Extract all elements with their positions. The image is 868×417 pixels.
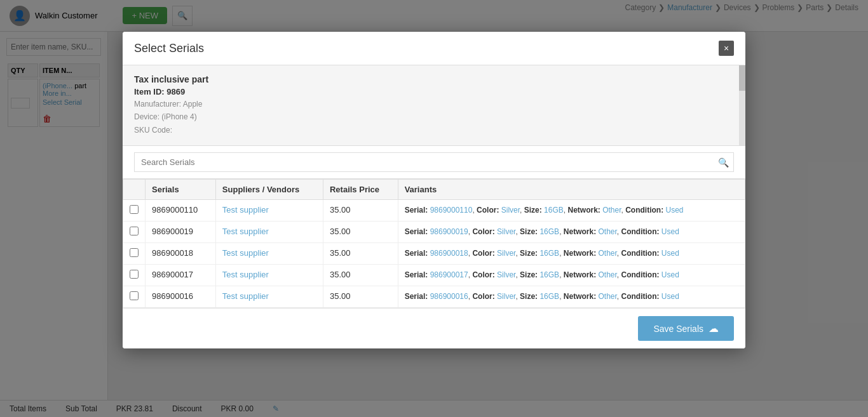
modal-item-id: Item ID: 9869 xyxy=(134,87,734,96)
manufacturer-label: Manufacturer: xyxy=(134,100,181,109)
modal-item-meta: Manufacturer: Apple Device: (iPhone 4) S… xyxy=(134,98,734,136)
select-serials-modal: Select Serials × Tax inclusive part Item… xyxy=(123,32,745,348)
serial-number: 9869000110 xyxy=(152,205,198,215)
serial-cell: 986900019 xyxy=(146,222,216,243)
serials-header: Serials xyxy=(146,180,216,200)
variants-cell: Serial: 986900019, Color: Silver, Size: … xyxy=(398,222,745,243)
retail-price: 35.00 xyxy=(330,248,351,258)
checkbox-header xyxy=(123,180,146,200)
retail-price: 35.00 xyxy=(330,205,351,215)
cloud-upload-icon: ☁ xyxy=(709,322,719,334)
serial-number: 986900018 xyxy=(152,248,193,258)
supplier-link[interactable]: Test supplier xyxy=(222,291,269,301)
supplier-link[interactable]: Test supplier xyxy=(222,205,269,215)
item-id-value: 9869 xyxy=(166,87,185,96)
manufacturer-value: Apple xyxy=(183,100,203,109)
serial-cell: 9869000110 xyxy=(146,200,216,222)
modal-close-button[interactable]: × xyxy=(719,41,734,56)
serial-cell: 986900018 xyxy=(146,243,216,265)
device-value: (iPhone 4) xyxy=(161,112,196,121)
supplier-link[interactable]: Test supplier xyxy=(222,270,269,279)
modal-footer: Save Serials ☁ xyxy=(123,308,745,348)
modal-search-area: 🔍 xyxy=(123,146,745,179)
modal-header: Select Serials × xyxy=(123,32,745,65)
modal-overlay: Select Serials × Tax inclusive part Item… xyxy=(0,0,868,417)
suppliers-header: Suppliers / Vendors xyxy=(215,180,323,200)
variants-text: Serial: 986900019, Color: Silver, Size: … xyxy=(405,227,679,236)
row-checkbox-3[interactable] xyxy=(130,270,139,279)
price-cell: 35.00 xyxy=(323,200,398,222)
variants-text: Serial: 986900017, Color: Silver, Size: … xyxy=(405,270,679,279)
row-checkbox-2[interactable] xyxy=(130,248,139,257)
supplier-cell: Test supplier xyxy=(215,222,323,243)
variants-cell: Serial: 986900018, Color: Silver, Size: … xyxy=(398,243,745,265)
row-checkbox-cell[interactable] xyxy=(123,243,146,265)
modal-title: Select Serials xyxy=(134,42,204,55)
row-checkbox-cell[interactable] xyxy=(123,222,146,243)
serial-number: 986900016 xyxy=(152,291,193,301)
sku-label: SKU Code: xyxy=(134,126,172,135)
serial-cell: 986900016 xyxy=(146,286,216,308)
row-checkbox-cell[interactable] xyxy=(123,200,146,222)
price-cell: 35.00 xyxy=(323,222,398,243)
variants-text: Serial: 986900016, Color: Silver, Size: … xyxy=(405,292,679,301)
variants-header: Variants xyxy=(398,180,745,200)
row-checkbox-cell[interactable] xyxy=(123,265,146,286)
device-label: Device: xyxy=(134,112,159,121)
price-header: Retails Price xyxy=(323,180,398,200)
variants-text: Serial: 9869000110, Color: Silver, Size:… xyxy=(405,206,684,215)
scrollbar-thumb xyxy=(739,65,745,91)
price-cell: 35.00 xyxy=(323,243,398,265)
retail-price: 35.00 xyxy=(330,291,351,301)
supplier-link[interactable]: Test supplier xyxy=(222,248,269,258)
table-header-row: Serials Suppliers / Vendors Retails Pric… xyxy=(123,180,745,200)
table-row: 9869000110 Test supplier 35.00 Serial: 9… xyxy=(123,200,745,222)
table-row: 986900016 Test supplier 35.00 Serial: 98… xyxy=(123,286,745,308)
row-checkbox-4[interactable] xyxy=(130,291,139,300)
variants-text: Serial: 986900018, Color: Silver, Size: … xyxy=(405,249,679,258)
table-row: 986900018 Test supplier 35.00 Serial: 98… xyxy=(123,243,745,265)
serial-number: 986900019 xyxy=(152,227,193,236)
variants-cell: Serial: 986900016, Color: Silver, Size: … xyxy=(398,286,745,308)
modal-table-wrapper: Serials Suppliers / Vendors Retails Pric… xyxy=(123,179,745,308)
table-row: 986900017 Test supplier 35.00 Serial: 98… xyxy=(123,265,745,286)
supplier-link[interactable]: Test supplier xyxy=(222,227,269,236)
serial-number: 986900017 xyxy=(152,270,193,279)
variants-cell: Serial: 986900017, Color: Silver, Size: … xyxy=(398,265,745,286)
modal-info-scrollbar xyxy=(739,65,745,145)
variants-cell: Serial: 9869000110, Color: Silver, Size:… xyxy=(398,200,745,222)
supplier-cell: Test supplier xyxy=(215,286,323,308)
search-icon: 🔍 xyxy=(718,157,729,168)
modal-item-title: Tax inclusive part xyxy=(134,74,734,84)
table-row: 986900019 Test supplier 35.00 Serial: 98… xyxy=(123,222,745,243)
serials-table: Serials Suppliers / Vendors Retails Pric… xyxy=(123,179,745,308)
price-cell: 35.00 xyxy=(323,286,398,308)
retail-price: 35.00 xyxy=(330,270,351,279)
save-serials-label: Save Serials xyxy=(653,324,703,334)
item-id-label: Item ID: xyxy=(134,87,165,96)
retail-price: 35.00 xyxy=(330,227,351,236)
supplier-cell: Test supplier xyxy=(215,200,323,222)
search-wrapper: 🔍 xyxy=(134,152,734,172)
row-checkbox-cell[interactable] xyxy=(123,286,146,308)
serial-search-input[interactable] xyxy=(134,152,734,172)
save-serials-button[interactable]: Save Serials ☁ xyxy=(638,316,734,341)
supplier-cell: Test supplier xyxy=(215,243,323,265)
row-checkbox-1[interactable] xyxy=(130,227,139,235)
row-checkbox-0[interactable] xyxy=(130,205,139,214)
serial-cell: 986900017 xyxy=(146,265,216,286)
modal-info: Tax inclusive part Item ID: 9869 Manufac… xyxy=(123,65,745,146)
price-cell: 35.00 xyxy=(323,265,398,286)
supplier-cell: Test supplier xyxy=(215,265,323,286)
